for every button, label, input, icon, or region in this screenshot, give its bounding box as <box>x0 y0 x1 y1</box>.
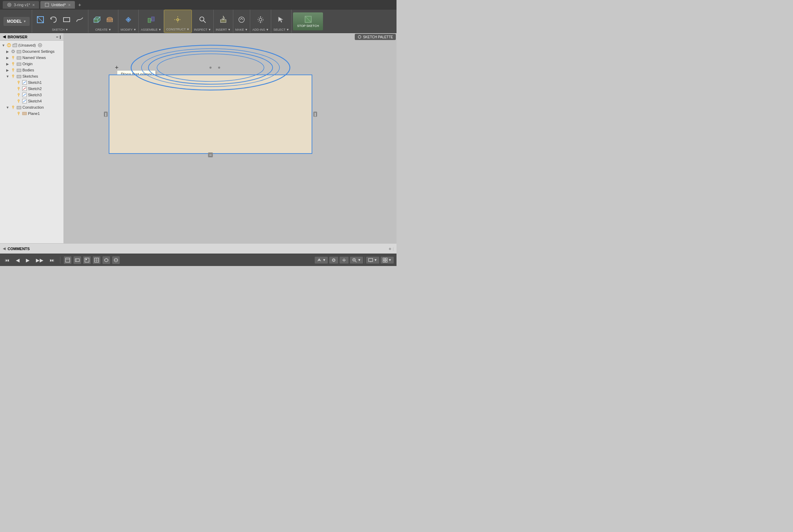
tab2-close[interactable]: ✕ <box>68 3 71 7</box>
drawing-area: ‖ ‖ ═ <box>109 75 312 154</box>
tree-doc-settings[interactable]: ▶ Document Settings <box>0 48 63 55</box>
named-views-label: Named Views <box>22 56 46 60</box>
tree-sketch1[interactable]: ▶ Sketch1 <box>0 79 63 86</box>
stop-sketch-icon <box>304 15 312 23</box>
display-icon <box>368 258 373 263</box>
svg-point-58 <box>18 93 19 95</box>
select-tool[interactable] <box>275 14 287 25</box>
transport-end[interactable]: ⏭ <box>48 257 57 264</box>
bottom-divider <box>60 257 60 264</box>
frame-icon-6[interactable] <box>112 256 120 264</box>
bottom-viewport-handle[interactable]: ═ <box>208 152 213 157</box>
orbit-button[interactable] <box>329 257 338 264</box>
tree-sketch2[interactable]: ▶ Sketch2 <box>0 86 63 92</box>
make-tool[interactable] <box>235 14 248 25</box>
svg-rect-102 <box>383 260 385 262</box>
main-toolbar: MODEL ▼ <box>0 10 396 33</box>
frame-icon-4[interactable] <box>93 256 100 264</box>
extrude-tool[interactable] <box>90 14 103 25</box>
bodies-expand[interactable]: ▶ <box>6 68 10 72</box>
construction-expand[interactable]: ▼ <box>6 106 10 109</box>
tree-plane1[interactable]: ▶ Plane1 <box>0 110 63 117</box>
select-group-label[interactable]: SELECT ▼ <box>273 28 289 31</box>
tree-root[interactable]: ▼ (Unsaved) <box>0 42 63 48</box>
create-group-label[interactable]: CREATE ▼ <box>95 28 111 31</box>
svg-rect-2 <box>45 3 49 7</box>
inspect-group-label[interactable]: INSPECT ▼ <box>194 28 211 31</box>
sketches-expand[interactable]: ▼ <box>6 75 10 78</box>
inspect-tool[interactable] <box>196 14 209 25</box>
insert-group-label[interactable]: INSERT ▼ <box>216 28 231 31</box>
sphere-tool[interactable] <box>104 14 116 25</box>
tree-bodies[interactable]: ▶ Bodies <box>0 67 63 73</box>
new-tab-button[interactable]: + <box>76 2 83 8</box>
sketch4-sketch-icon <box>22 99 27 104</box>
transport-play[interactable]: ▶ <box>24 257 32 264</box>
svg-rect-5 <box>63 18 70 22</box>
tree-sketches[interactable]: ▼ Sketches <box>0 73 63 79</box>
browser-minus-icon[interactable]: − <box>56 35 58 39</box>
right-viewport-handle[interactable]: ‖ <box>313 112 317 117</box>
doc-settings-expand[interactable]: ▶ <box>6 50 10 53</box>
model-tab-icon <box>45 2 49 7</box>
rectangle-tool[interactable] <box>60 14 73 25</box>
tree-construction[interactable]: ▼ Construction <box>0 104 63 110</box>
frame-icon-5[interactable] <box>102 256 110 264</box>
svg-point-44 <box>12 69 14 70</box>
sketch1-sketch-icon <box>22 80 27 85</box>
assemble-group-label[interactable]: ASSEMBLE ▼ <box>141 28 161 31</box>
addins-group-label[interactable]: ADD-INS ▼ <box>252 28 269 31</box>
bodies-light-icon <box>11 68 16 72</box>
tab1-close[interactable]: ✕ <box>32 3 35 7</box>
transport-prev[interactable]: ◀ <box>14 257 22 264</box>
sketch-edit-tool[interactable] <box>34 14 47 25</box>
assemble-tool[interactable] <box>145 14 157 25</box>
comments-add-icon[interactable]: + <box>389 246 391 252</box>
sketch3-light-icon <box>16 92 21 97</box>
svg-point-50 <box>18 81 19 82</box>
tree-named-views[interactable]: ▶ Named Views <box>0 55 63 61</box>
origin-expand[interactable]: ▶ <box>6 62 10 66</box>
root-expand-icon[interactable]: ▼ <box>1 43 6 47</box>
stop-sketch-label: STOP SKETCH <box>297 24 319 28</box>
frame-icon-2[interactable] <box>74 256 81 264</box>
construction-label: Construction <box>22 105 44 109</box>
undo-tool[interactable] <box>47 14 60 25</box>
zoom-button[interactable]: ▼ <box>350 257 363 264</box>
spline-tool[interactable] <box>74 14 86 25</box>
stop-sketch-button[interactable]: STOP SKETCH <box>293 12 323 30</box>
model-button[interactable]: MODEL ▼ <box>3 17 30 26</box>
comments-back-icon[interactable]: ◀ <box>3 246 6 251</box>
navigate-button[interactable]: ▼ <box>315 257 328 264</box>
sketch2-light-icon <box>16 86 21 91</box>
sphere-icon <box>106 16 114 24</box>
pan-button[interactable] <box>340 257 349 264</box>
display-button[interactable]: ▼ <box>366 257 379 264</box>
construct-tool[interactable] <box>172 14 184 25</box>
tree-sketch3[interactable]: ▶ Sketch3 <box>0 92 63 98</box>
insert-tool[interactable] <box>217 14 229 25</box>
svg-rect-49 <box>17 75 21 78</box>
sketch-group-label[interactable]: SKETCH ▼ <box>52 28 68 31</box>
modify-group-label[interactable]: MODIFY ▼ <box>120 28 136 31</box>
addins-tool[interactable] <box>254 14 267 25</box>
modify-tool[interactable] <box>122 14 135 25</box>
bodies-label: Bodies <box>22 68 34 72</box>
browser-tree: ▼ (Unsaved) <box>0 41 63 243</box>
frame-icon-3[interactable] <box>83 256 91 264</box>
grid-button[interactable]: ▼ <box>381 257 394 264</box>
frame-icon-1[interactable] <box>64 256 71 264</box>
left-viewport-handle[interactable]: ‖ <box>104 112 108 117</box>
tree-origin[interactable]: ▶ Origin <box>0 61 63 67</box>
tree-sketch4[interactable]: ▶ Sketch4 <box>0 98 63 104</box>
transport-next[interactable]: ▶▶ <box>34 257 46 264</box>
browser-back-icon[interactable]: ◀ <box>3 35 6 39</box>
svg-point-62 <box>18 100 19 101</box>
tab-untitled[interactable]: Untitled* ✕ <box>40 1 75 9</box>
svg-point-66 <box>12 106 14 107</box>
tab-3ring[interactable]: 3-ring v1* ✕ <box>3 1 39 9</box>
make-group-label[interactable]: MAKE ▼ <box>235 28 248 31</box>
construct-group-label[interactable]: CONSTRUCT ▼ <box>166 28 189 31</box>
transport-start[interactable]: ⏮ <box>3 257 12 264</box>
named-views-expand[interactable]: ▶ <box>6 56 10 60</box>
